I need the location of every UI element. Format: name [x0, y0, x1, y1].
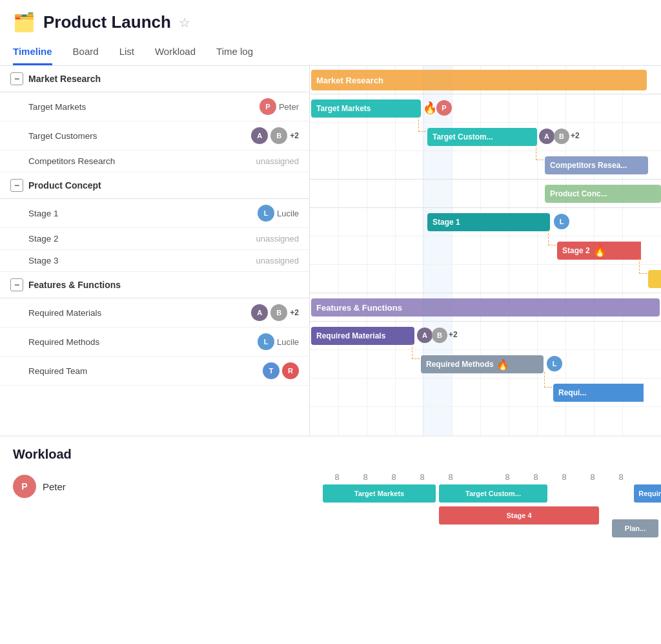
unassigned-stage2: unassigned: [256, 234, 300, 244]
task-row-competitors-research: Competitors Research unassigned: [0, 151, 309, 172]
group-features-functions[interactable]: − Features & Functions: [0, 272, 309, 298]
star-icon[interactable]: ☆: [179, 15, 190, 30]
wbar-label-target-markets: Target Markets: [354, 490, 404, 497]
workload-num-9: 8: [550, 470, 578, 484]
gantt-bar-label-product-concept: Product Conc...: [550, 189, 607, 198]
gantt-bar-target-markets[interactable]: Target Markets: [311, 99, 421, 118]
avatar-materials-1: A: [251, 304, 268, 321]
plus-badge-materials: +2: [290, 308, 299, 317]
tab-timelog[interactable]: Time log: [216, 39, 253, 65]
gantt-bar-label-required-methods: Required Methods: [426, 360, 494, 369]
gantt-bar-market-research[interactable]: Market Research: [311, 70, 647, 90]
gantt-avatar-customers-1: A: [539, 129, 554, 144]
gantt-bar-target-customers[interactable]: Target Custom...: [427, 128, 537, 146]
gantt-bar-label-stage2: Stage 2: [562, 246, 590, 255]
gantt-bar-stage2[interactable]: Stage 2 🔥: [557, 242, 641, 260]
gantt-avatar-lucile-methods: L: [547, 356, 562, 371]
workload-num-10: 8: [578, 470, 607, 484]
group-label-market-research: Market Research: [28, 74, 101, 84]
workload-gantt-peter: 8 8 8 8 8 8 8 8 8 8 Target Markets Targe…: [323, 470, 648, 543]
connector-team: [544, 372, 552, 388]
app-header: 🗂️ Product Launch ☆: [0, 0, 661, 33]
workload-num-2: 8: [351, 470, 380, 484]
gantt-bar-features[interactable]: Features & Functions: [311, 298, 660, 317]
wbar-requir[interactable]: Requir...: [634, 484, 661, 503]
gantt-area: Market Research Target Markets 🔥 P Targe…: [310, 66, 661, 435]
workload-num-1: 8: [323, 470, 351, 484]
assignee-label-lucile-methods: Lucile: [277, 337, 299, 347]
gantt-bar-required-methods[interactable]: Required Methods 🔥: [421, 355, 544, 373]
tab-list[interactable]: List: [119, 39, 134, 65]
group-toggle-market-research[interactable]: −: [10, 72, 23, 85]
right-panel: Market Research Target Markets 🔥 P Targe…: [310, 66, 661, 435]
avatar-lucile-methods: L: [258, 333, 274, 350]
workload-num-3: 8: [380, 470, 408, 484]
unassigned-stage3: unassigned: [256, 256, 300, 265]
workload-numbers: 8 8 8 8 8 8 8 8 8 8: [323, 470, 648, 484]
gantt-bar-label-required-materials: Required Materials: [316, 331, 385, 340]
wbar-stage4[interactable]: Stage 4: [439, 506, 599, 525]
flame-icon-stage2: 🔥: [593, 244, 607, 258]
gantt-avatar-materials-2: B: [432, 327, 447, 343]
left-panel: − Market Research Target Markets P Peter…: [0, 66, 310, 435]
gantt-row-target-customers: Target Custom... A B +2: [310, 123, 661, 151]
task-name-required-methods: Required Methods: [28, 337, 258, 347]
task-name-stage3: Stage 3: [28, 256, 256, 265]
gantt-bar-required-team[interactable]: Requi...: [553, 384, 644, 402]
gantt-bar-product-concept[interactable]: Product Conc...: [545, 185, 661, 203]
flame-icon-methods: 🔥: [496, 358, 509, 371]
task-name-target-markets: Target Markets: [28, 102, 259, 112]
gantt-bar-stage3[interactable]: [648, 270, 661, 288]
wbar-label-target-customers: Target Custom...: [465, 490, 521, 497]
wbar-label-requir: Requir...: [638, 490, 661, 497]
connector-stage2: [548, 230, 556, 245]
wbar-target-markets[interactable]: Target Markets: [323, 484, 436, 503]
wbar-label-plan: Plan...: [625, 525, 646, 532]
task-row-stage1: Stage 1 L Lucile: [0, 199, 309, 228]
tab-workload[interactable]: Workload: [155, 39, 196, 65]
group-market-research[interactable]: − Market Research: [0, 66, 309, 92]
task-row-required-methods: Required Methods L Lucile: [0, 327, 309, 357]
task-row-required-team: Required Team T R: [0, 357, 309, 386]
task-name-required-team: Required Team: [28, 366, 263, 376]
gantt-row-required-team: Requi...: [310, 379, 661, 407]
task-assignee-stage1: L Lucile: [258, 205, 299, 222]
group-toggle-product-concept[interactable]: −: [10, 179, 23, 192]
connector-customers: [418, 116, 426, 132]
avatar-team-1: T: [263, 362, 280, 379]
avatar-peter: P: [259, 98, 276, 115]
avatar-group1: A: [251, 127, 268, 144]
workload-user-peter: P Peter: [13, 470, 323, 503]
task-row-stage3: Stage 3 unassigned: [0, 250, 309, 272]
gantt-row-stage2: Stage 2 🔥: [310, 236, 661, 265]
unassigned-competitors: unassigned: [256, 156, 300, 166]
workload-user-name-peter: Peter: [43, 481, 66, 492]
group-toggle-features[interactable]: −: [10, 278, 23, 291]
workload-num-11: 8: [607, 470, 635, 484]
app-icon: 🗂️: [13, 12, 36, 33]
group-label-product-concept: Product Concept: [28, 180, 101, 191]
wbar-target-customers[interactable]: Target Custom...: [439, 484, 547, 503]
task-row-target-customers: Target Customers A B +2: [0, 121, 309, 151]
workload-num-5: 8: [436, 470, 465, 484]
gantt-avatar-customers-2: B: [554, 129, 569, 144]
task-row-stage2: Stage 2 unassigned: [0, 228, 309, 250]
gantt-avatar-lucile-stage1: L: [554, 214, 569, 229]
gantt-bar-required-materials[interactable]: Required Materials: [311, 327, 414, 345]
gantt-avatar-peter: P: [436, 100, 452, 116]
gantt-bar-stage1[interactable]: Stage 1: [427, 213, 550, 231]
tab-timeline[interactable]: Timeline: [13, 39, 52, 65]
group-product-concept[interactable]: − Product Concept: [0, 172, 309, 199]
tab-board[interactable]: Board: [73, 39, 99, 65]
workload-num-7: 8: [493, 470, 522, 484]
workload-num-4: 8: [408, 470, 436, 484]
wbar-label-stage4: Stage 4: [506, 512, 531, 519]
wbar-plan[interactable]: Plan...: [612, 519, 658, 537]
task-name-target-customers: Target Customers: [28, 131, 251, 141]
nav-tabs: Timeline Board List Workload Time log: [0, 33, 661, 66]
flame-icon-target-markets: 🔥: [423, 101, 437, 115]
gantt-row-required-methods: Required Methods 🔥 L: [310, 350, 661, 379]
gantt-bar-competitors[interactable]: Competitors Resea...: [545, 156, 648, 174]
workload-num-8: 8: [522, 470, 550, 484]
gantt-group-row-product-concept: Product Conc...: [310, 180, 661, 208]
